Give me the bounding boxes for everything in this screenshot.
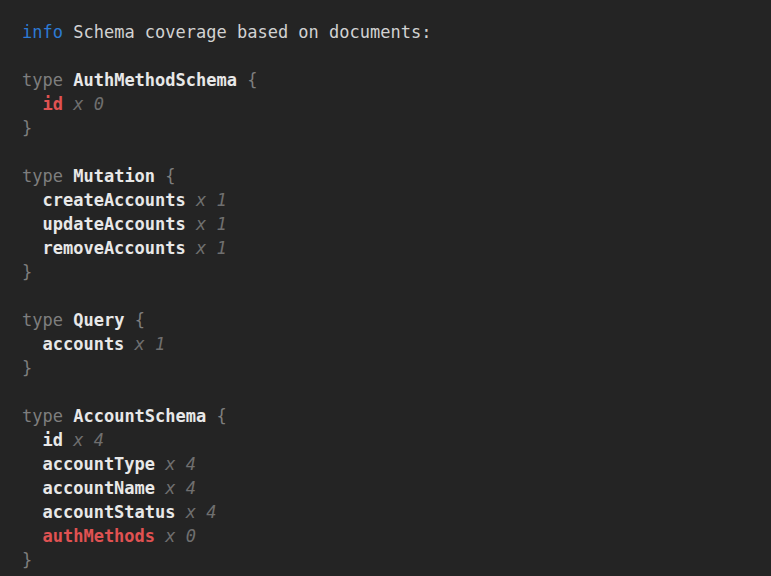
field-line: id x 0: [22, 92, 761, 116]
type-keyword: type: [22, 406, 63, 426]
field-line: removeAccounts x 1: [22, 236, 761, 260]
info-line: info Schema coverage based on documents:: [22, 20, 761, 44]
type-close-line: }: [22, 356, 761, 380]
field-name: accountName: [42, 478, 155, 498]
field-count: x 4: [165, 478, 196, 498]
field-line: accountStatus x 4: [22, 500, 761, 524]
close-brace-icon: }: [22, 118, 32, 138]
field-count: x 0: [165, 526, 196, 546]
field-count: x 1: [135, 334, 166, 354]
field-line: updateAccounts x 1: [22, 212, 761, 236]
field-name: updateAccounts: [42, 214, 185, 234]
field-line: accountType x 4: [22, 452, 761, 476]
field-name: authMethods: [42, 526, 155, 546]
type-close-line: }: [22, 116, 761, 140]
info-badge: info: [22, 22, 63, 42]
field-name: accountStatus: [42, 502, 175, 522]
type-name: Query: [73, 310, 124, 330]
type-blocks: type AuthMethodSchema {id x 0}type Mutat…: [22, 68, 761, 572]
open-brace-icon: {: [165, 166, 175, 186]
field-line: createAccounts x 1: [22, 188, 761, 212]
coverage-heading: Schema coverage based on documents:: [73, 22, 431, 42]
terminal-output: info Schema coverage based on documents:…: [0, 0, 771, 576]
field-name: accounts: [42, 334, 124, 354]
field-line: accountName x 4: [22, 476, 761, 500]
type-header-line: type AuthMethodSchema {: [22, 68, 761, 92]
field-count: x 0: [73, 94, 104, 114]
type-close-line: }: [22, 260, 761, 284]
type-name: AuthMethodSchema: [73, 70, 237, 90]
field-name: accountType: [42, 454, 155, 474]
open-brace-icon: {: [217, 406, 227, 426]
field-count: x 4: [73, 430, 104, 450]
field-name: createAccounts: [42, 190, 185, 210]
field-count: x 1: [196, 238, 227, 258]
field-count: x 1: [196, 214, 227, 234]
type-block: type Mutation {createAccounts x 1updateA…: [22, 164, 761, 284]
close-brace-icon: }: [22, 358, 32, 378]
field-name: id: [42, 94, 62, 114]
type-name: AccountSchema: [73, 406, 206, 426]
close-brace-icon: }: [22, 550, 32, 570]
open-brace-icon: {: [135, 310, 145, 330]
field-name: removeAccounts: [42, 238, 185, 258]
type-keyword: type: [22, 70, 63, 90]
field-count: x 4: [186, 502, 217, 522]
type-header-line: type AccountSchema {: [22, 404, 761, 428]
type-name: Mutation: [73, 166, 155, 186]
type-block: type AuthMethodSchema {id x 0}: [22, 68, 761, 140]
type-block: type AccountSchema {id x 4accountType x …: [22, 404, 761, 572]
field-line: id x 4: [22, 428, 761, 452]
open-brace-icon: {: [247, 70, 257, 90]
field-count: x 4: [165, 454, 196, 474]
field-line: authMethods x 0: [22, 524, 761, 548]
field-line: accounts x 1: [22, 332, 761, 356]
type-header-line: type Mutation {: [22, 164, 761, 188]
close-brace-icon: }: [22, 262, 32, 282]
field-name: id: [42, 430, 62, 450]
type-close-line: }: [22, 548, 761, 572]
type-keyword: type: [22, 166, 63, 186]
type-block: type Query {accounts x 1}: [22, 308, 761, 380]
type-header-line: type Query {: [22, 308, 761, 332]
type-keyword: type: [22, 310, 63, 330]
field-count: x 1: [196, 190, 227, 210]
